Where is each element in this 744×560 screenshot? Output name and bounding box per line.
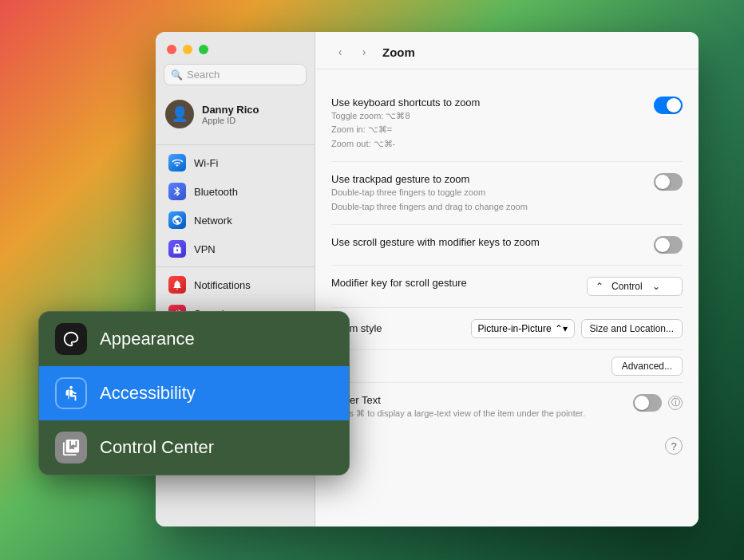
- search-bar[interactable]: 🔍 Search: [164, 64, 307, 85]
- titlebar: ‹ › Zoom: [315, 32, 698, 69]
- sidebar-item-label: Wi-Fi: [194, 157, 218, 169]
- hover-text-label: Hover Text Press ⌘ to display a large-te…: [331, 394, 617, 420]
- popup-item-control-center[interactable]: Control Center: [39, 420, 349, 475]
- user-name: Danny Rico: [202, 104, 259, 116]
- close-button[interactable]: [167, 45, 176, 54]
- modifier-key-controls: ⌃Control⌄: [587, 277, 683, 296]
- help-button[interactable]: ?: [665, 437, 683, 455]
- zoom-style-dropdown[interactable]: Picture-in-Picture ⌃▾: [471, 319, 575, 338]
- modifier-key-dropdown[interactable]: ⌃Control⌄: [587, 277, 683, 296]
- forward-button[interactable]: ›: [355, 43, 373, 61]
- control-center-popup-icon: [55, 432, 87, 463]
- sidebar-item-label: Bluetooth: [194, 186, 238, 198]
- hover-text-subtitle: Press ⌘ to display a large-text view of …: [331, 408, 617, 420]
- wifi-icon: [168, 154, 186, 172]
- setting-subtitle-3: Zoom out: ⌥⌘-: [331, 138, 638, 150]
- keyboard-shortcuts-label: Use keyboard shortcuts to zoom Toggle zo…: [331, 97, 638, 150]
- vpn-icon: [168, 240, 186, 258]
- popup-item-accessibility[interactable]: Accessibility: [39, 366, 349, 420]
- accessibility-popup-icon: [55, 377, 87, 409]
- advanced-button[interactable]: Advanced...: [611, 357, 683, 376]
- popup-item-label: Accessibility: [100, 383, 196, 404]
- zoom-style-chevron: ⌃▾: [555, 323, 568, 334]
- minimize-button[interactable]: [183, 45, 192, 54]
- page-title: Zoom: [382, 45, 415, 59]
- setting-title: Use keyboard shortcuts to zoom: [331, 97, 638, 108]
- trackpad-gesture-row: Use trackpad gesture to zoom Double-tap …: [331, 162, 683, 225]
- zoom-style-row: Zoom style Picture-in-Picture ⌃▾ Size an…: [331, 308, 683, 350]
- sidebar-item-label: VPN: [194, 243, 216, 255]
- sidebar-item-bluetooth[interactable]: Bluetooth: [159, 178, 311, 205]
- zoom-style-value: Picture-in-Picture: [478, 323, 552, 334]
- content-area: Use keyboard shortcuts to zoom Toggle zo…: [315, 69, 698, 526]
- sidebar-item-notifications[interactable]: Notifications: [159, 271, 311, 298]
- setting-title: Hover Text: [331, 394, 617, 406]
- setting-subtitle-5: Double-tap three fingers and drag to cha…: [331, 201, 638, 213]
- hover-text-controls: ⓘ: [617, 394, 683, 412]
- popup-item-label: Appearance: [100, 329, 195, 349]
- setting-subtitle-4: Double-tap three fingers to toggle zoom: [331, 187, 638, 199]
- sidebar-item-vpn[interactable]: VPN: [159, 235, 311, 262]
- sidebar-divider-2: [156, 266, 315, 267]
- trackpad-gesture-toggle[interactable]: [654, 173, 683, 191]
- window-controls: [156, 32, 315, 64]
- user-info: Danny Rico Apple ID: [202, 104, 259, 125]
- svg-point-0: [69, 386, 73, 389]
- network-icon: [168, 211, 186, 229]
- appearance-popup-icon: [55, 323, 87, 355]
- keyboard-shortcuts-row: Use keyboard shortcuts to zoom Toggle zo…: [331, 85, 683, 162]
- zoom-style-controls: Picture-in-Picture ⌃▾ Size and Location.…: [471, 319, 683, 338]
- search-placeholder: Search: [187, 69, 220, 81]
- scroll-gesture-row: Use scroll gesture with modifier keys to…: [331, 225, 683, 266]
- size-location-button[interactable]: Size and Location...: [581, 319, 683, 338]
- avatar: 👤: [165, 100, 194, 128]
- maximize-button[interactable]: [199, 45, 208, 54]
- setting-title: Use scroll gesture with modifier keys to…: [331, 236, 638, 248]
- scroll-gesture-toggle[interactable]: [654, 236, 683, 254]
- info-button[interactable]: ⓘ: [668, 396, 683, 410]
- setting-subtitle-2: Zoom in: ⌥⌘=: [331, 124, 638, 136]
- zoom-popup: Appearance Accessibility Control Center: [38, 311, 350, 475]
- setting-title: Modifier key for scroll gesture: [331, 277, 571, 289]
- back-button[interactable]: ‹: [331, 43, 349, 61]
- sidebar-item-label: Notifications: [194, 279, 251, 291]
- search-icon: 🔍: [171, 69, 183, 81]
- modifier-key-row: Modifier key for scroll gesture ⌃Control…: [331, 266, 683, 308]
- sidebar-item-network[interactable]: Network: [159, 207, 311, 234]
- keyboard-shortcuts-toggle[interactable]: [654, 97, 683, 114]
- notifications-icon: [168, 276, 186, 294]
- sidebar-divider: [156, 144, 315, 145]
- sidebar-item-wifi[interactable]: Wi-Fi: [159, 149, 311, 176]
- hover-text-toggle[interactable]: [633, 394, 662, 412]
- user-profile[interactable]: 👤 Danny Rico Apple ID: [156, 93, 315, 135]
- trackpad-gesture-label: Use trackpad gesture to zoom Double-tap …: [331, 173, 638, 213]
- bluetooth-icon: [168, 183, 186, 200]
- hover-text-row: Hover Text Press ⌘ to display a large-te…: [331, 383, 683, 431]
- main-content: ‹ › Zoom Use keyboard shortcuts to zoom …: [315, 32, 698, 526]
- setting-title: Use trackpad gesture to zoom: [331, 173, 638, 185]
- help-btn-row: ?: [331, 431, 683, 461]
- scroll-gesture-label: Use scroll gesture with modifier keys to…: [331, 236, 638, 248]
- advanced-btn-row: Advanced...: [331, 350, 683, 383]
- user-subtitle: Apple ID: [202, 116, 259, 125]
- popup-item-appearance[interactable]: Appearance: [39, 312, 349, 366]
- popup-item-label: Control Center: [100, 437, 214, 458]
- modifier-key-label: Modifier key for scroll gesture: [331, 277, 571, 289]
- sidebar-item-label: Network: [194, 215, 232, 227]
- setting-subtitle-1: Toggle zoom: ⌥⌘8: [331, 110, 638, 122]
